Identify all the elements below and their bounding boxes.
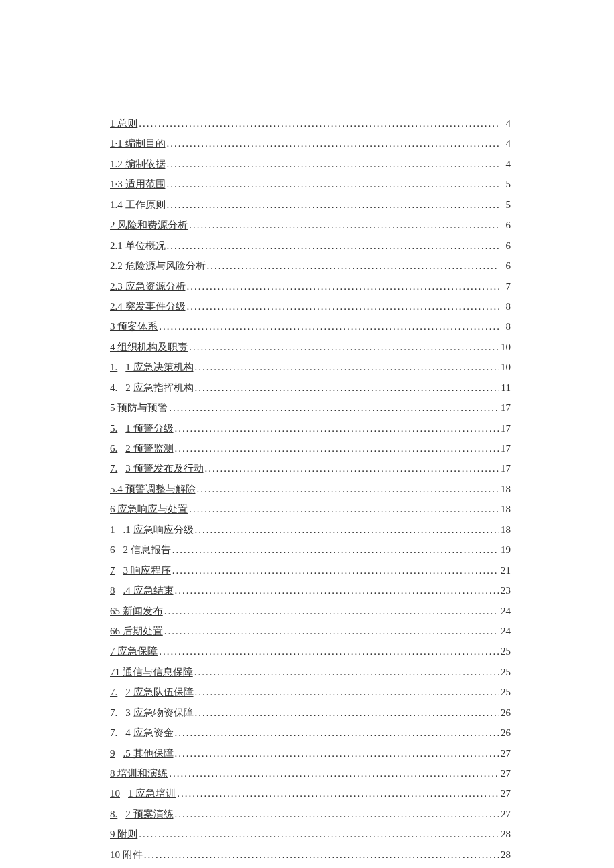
toc-page-number: 25 [499,662,511,682]
toc-entry[interactable]: 66 后期处置24 [110,621,511,641]
toc-entry[interactable]: 4.2 应急指挥机构11 [110,378,511,398]
toc-entry[interactable]: 2 风险和费源分析6 [110,215,511,235]
toc-prefix: 1·1 编制目的 [110,133,166,153]
toc-prefix: 71 通信与信息保障 [110,662,193,682]
toc-entry[interactable]: 1 总则4 [110,113,511,133]
toc-text: 3 预警发布及行动 [125,458,203,478]
toc-page-number: 10 [499,357,511,377]
toc-text: 1 应急决策机构 [125,357,193,377]
toc-entry[interactable]: 7.4 应急资金26 [110,723,511,743]
toc-prefix: 7. [110,703,117,723]
toc-page-number: 10 [499,337,511,357]
toc-page-number: 4 [499,133,511,153]
toc-entry[interactable]: 5.4 预警调整与解除18 [110,479,511,499]
toc-entry[interactable]: 71 通信与信息保障25 [110,662,511,682]
toc-leader [186,296,499,316]
toc-page-number: 8 [499,296,511,316]
toc-page-number: 23 [499,580,511,600]
toc-entry[interactable]: 1.2 编制依据4 [110,154,511,174]
toc-prefix: 3 预案体系 [110,316,158,336]
toc-text: 2 信息报告 [123,540,171,560]
toc-entry[interactable]: 6 应急响应与处置18 [110,499,511,519]
toc-prefix: 1·3 适用范围 [110,174,166,194]
toc-leader [163,601,499,621]
toc-prefix: 65 新闻发布 [110,601,163,621]
toc-entry[interactable]: 7.2 应急队伍保障25 [110,682,511,702]
toc-entry[interactable]: 5.1 预警分级17 [110,418,511,438]
toc-prefix: 2.4 突发事件分级 [110,296,186,316]
toc-entry[interactable]: 2.4 突发事件分级8 [110,296,511,316]
toc-entry[interactable]: 7 应急保障25 [110,641,511,661]
toc-page-number: 25 [499,641,511,661]
toc-entry[interactable]: 65 新闻发布24 [110,601,511,621]
toc-entry[interactable]: 6.2 预警监测17 [110,438,511,458]
toc-entry[interactable]: 3 预案体系8 [110,316,511,336]
toc-prefix: 2 风险和费源分析 [110,215,188,235]
toc-page-number: 5 [499,195,511,215]
toc-entry[interactable]: 5 预防与预警17 [110,398,511,418]
toc-page-number: 18 [499,520,511,540]
toc-text: 2 应急指挥机构 [125,378,193,398]
toc-page-number: 19 [499,540,511,560]
toc-prefix: 10 附件 [110,845,143,865]
toc-entry[interactable]: 1.1 应急决策机构10 [110,357,511,377]
toc-page-number: 5 [499,174,511,194]
toc-leader [174,723,499,743]
toc-text: 1 预警分级 [125,418,173,438]
toc-entry[interactable]: 9.5 其他保障27 [110,743,511,763]
toc-entry[interactable]: 2.3 应急资源分析7 [110,276,511,296]
toc-entry[interactable]: 1.1 应急响应分级18 [110,520,511,540]
toc-entry[interactable]: 8.4 应急结束23 [110,580,511,600]
toc-entry[interactable]: 7.3 预警发布及行动17 [110,458,511,478]
toc-prefix: 1. [110,357,117,377]
toc-leader [166,236,499,256]
toc-entry[interactable]: 8.2 预案演练27 [110,804,511,824]
toc-leader [171,560,499,580]
toc-leader [204,458,499,478]
toc-leader [174,580,499,600]
toc-prefix: 6 应急响应与处置 [110,499,188,519]
toc-page-number: 6 [499,215,511,235]
toc-prefix: 8 培训和演练 [110,763,168,783]
toc-leader [166,174,499,194]
toc-leader [194,703,499,723]
toc-page-number: 21 [499,560,511,580]
toc-leader [194,520,499,540]
toc-page-number: 24 [499,601,511,621]
toc-leader [163,621,499,641]
toc-entry[interactable]: 62 信息报告19 [110,540,511,560]
toc-leader [166,195,499,215]
toc-leader [194,357,499,377]
toc-leader [188,215,499,235]
toc-leader [206,256,499,276]
toc-leader [168,763,499,783]
toc-entry[interactable]: 1.4 工作原则5 [110,195,511,215]
toc-leader [174,418,499,438]
toc-leader [194,378,499,398]
toc-entry[interactable]: 1·1 编制目的4 [110,133,511,153]
toc-text: .1 应急响应分级 [123,520,194,540]
toc-entry[interactable]: 4 组织机构及职责10 [110,337,511,357]
toc-prefix: 5 预防与预警 [110,398,168,418]
toc-entry[interactable]: 9 附则28 [110,824,511,844]
toc-entry[interactable]: 2.1 单位概况6 [110,236,511,256]
toc-prefix: 6 [110,540,115,560]
toc-prefix: 8. [110,804,117,824]
toc-entry[interactable]: 1·3 适用范围5 [110,174,511,194]
toc-page-number: 26 [499,723,511,743]
toc-text: 2 应急队伍保障 [125,682,193,702]
toc-prefix: 9 [110,743,115,763]
toc-entry[interactable]: 73 响应程序21 [110,560,511,580]
toc-leader [194,682,499,702]
toc-entry[interactable]: 8 培训和演练27 [110,763,511,783]
toc-leader [158,641,499,661]
toc-entry[interactable]: 7.3 应急物资保障26 [110,703,511,723]
toc-entry[interactable]: 101 应急培训27 [110,783,511,803]
toc-prefix: 1 总则 [110,113,137,133]
toc-leader [176,783,499,803]
toc-prefix: 4. [110,378,117,398]
toc-text: .5 其他保障 [123,743,174,763]
table-of-contents: 1 总则41·1 编制目的41.2 编制依据41·3 适用范围51.4 工作原则… [110,113,511,865]
toc-entry[interactable]: 2.2 危险源与风险分析6 [110,256,511,276]
toc-entry[interactable]: 10 附件28 [110,845,511,865]
